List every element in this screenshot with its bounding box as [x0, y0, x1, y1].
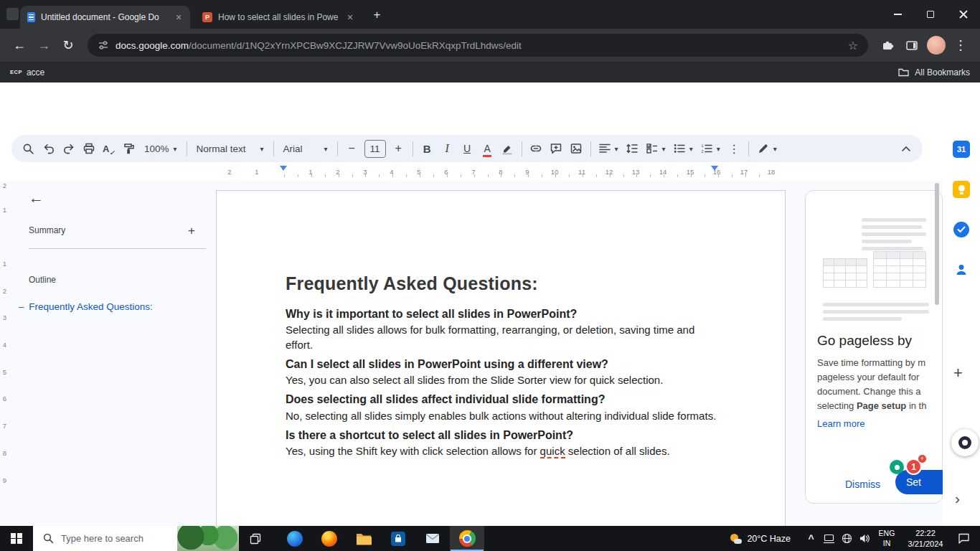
site-settings-icon[interactable] — [98, 39, 109, 51]
taskbar-clock[interactable]: 22:223/21/2024 — [903, 528, 948, 549]
display-icon[interactable] — [820, 534, 838, 544]
document-page[interactable]: Frequently Asked Questions: Why is it im… — [216, 190, 786, 526]
weather-widget[interactable]: 20°C Haze — [729, 532, 791, 545]
taskbar-search[interactable] — [33, 526, 239, 551]
bulleted-list-select[interactable]: ▾ — [670, 139, 697, 159]
learn-more-link[interactable]: Learn more — [817, 418, 930, 429]
tab-close-icon[interactable]: × — [344, 11, 356, 23]
more-tools-icon[interactable]: ⋮ — [725, 139, 744, 159]
scrollbar-thumb[interactable] — [935, 183, 939, 305]
show-hidden-icons[interactable]: ^ — [802, 533, 820, 545]
spellcheck-icon[interactable]: A✓ — [99, 139, 118, 159]
align-select[interactable]: ▾ — [595, 139, 622, 159]
new-tab-button[interactable]: + — [372, 9, 382, 20]
address-bar[interactable]: docs.google.com/document/d/1NQ2xYrnXPCBw… — [88, 34, 868, 57]
keep-icon[interactable] — [953, 181, 970, 198]
all-bookmarks-button[interactable]: All Bookmarks — [898, 67, 970, 77]
back-button[interactable]: ← — [7, 33, 32, 57]
question-1[interactable]: Why is it important to select all slides… — [286, 306, 717, 322]
add-summary-icon[interactable]: + — [188, 224, 195, 238]
action-center-icon[interactable] — [951, 533, 976, 544]
chrome-icon[interactable] — [450, 526, 484, 551]
font-select[interactable]: Arial▾ — [278, 139, 333, 159]
font-size-input[interactable]: 11 — [364, 140, 386, 158]
checklist-select[interactable]: ▾ — [643, 139, 669, 159]
language-indicator[interactable]: ENGIN — [874, 529, 900, 547]
highlight-color-icon[interactable] — [498, 139, 517, 159]
decrease-font-size-icon[interactable]: − — [342, 139, 362, 159]
outline-item[interactable]: – Frequently Asked Questions: — [19, 301, 153, 312]
tab-powerpoint-article[interactable]: P How to select all slides in Powe × — [195, 6, 362, 29]
minimize-button[interactable] — [881, 0, 914, 29]
underline-icon[interactable]: U — [458, 139, 477, 159]
bold-icon[interactable]: B — [418, 139, 437, 159]
editing-mode-select[interactable]: ▾ — [753, 139, 781, 159]
volume-icon[interactable] — [856, 534, 874, 543]
answer-3[interactable]: No, selecting all slides simply enables … — [286, 408, 717, 423]
floating-extension-bubble[interactable] — [951, 429, 979, 456]
paragraph-style-select[interactable]: Normal text▾ — [192, 139, 269, 159]
tab-close-icon[interactable]: × — [173, 11, 184, 23]
calendar-icon[interactable]: 31 — [953, 141, 970, 158]
zoom-select[interactable]: 100%▾ — [139, 139, 182, 159]
extensions-icon[interactable] — [875, 33, 900, 57]
answer-2[interactable]: Yes, you can also select all slides from… — [286, 372, 717, 387]
answer-1[interactable]: Selecting all slides allows for bulk for… — [286, 322, 717, 352]
contacts-icon[interactable] — [953, 261, 970, 278]
search-highlight-image[interactable] — [177, 526, 239, 551]
forward-button[interactable]: → — [32, 33, 56, 57]
numbered-list-select[interactable]: 12 ▾ — [697, 139, 724, 159]
task-view-icon[interactable] — [239, 526, 272, 551]
file-explorer-icon[interactable] — [347, 526, 381, 551]
print-icon[interactable] — [79, 139, 98, 159]
insert-link-icon[interactable] — [527, 139, 546, 159]
italic-icon[interactable]: I — [438, 139, 457, 159]
extension-badge-icon[interactable] — [890, 460, 904, 474]
left-indent-marker[interactable] — [280, 166, 287, 171]
browser-menu-icon[interactable]: ⋮ — [948, 33, 973, 57]
right-indent-marker[interactable] — [711, 166, 718, 171]
start-button[interactable] — [0, 526, 33, 551]
undo-icon[interactable] — [39, 139, 58, 159]
hide-menus-icon[interactable] — [896, 139, 915, 159]
notification-plus-badge: + — [918, 454, 927, 463]
bookmark-star-icon[interactable]: ☆ — [848, 39, 858, 52]
answer-4[interactable]: Yes, using the Shift key with click sele… — [286, 443, 717, 458]
redo-icon[interactable] — [59, 139, 78, 159]
maximize-button[interactable] — [914, 0, 947, 29]
add-comment-icon[interactable] — [547, 139, 566, 159]
get-add-ons-icon[interactable]: + — [953, 365, 963, 381]
edge-icon[interactable] — [278, 526, 312, 551]
search-input[interactable] — [61, 533, 154, 544]
workspace-side-panel: 31 + › — [943, 133, 980, 526]
side-panel-icon[interactable] — [900, 33, 924, 57]
doc-heading[interactable]: Frequently Asked Questions: — [286, 273, 717, 294]
question-3[interactable]: Does selecting all slides affect individ… — [286, 391, 717, 408]
close-button[interactable] — [947, 0, 980, 29]
maps-icon[interactable] — [953, 301, 970, 319]
tasks-icon[interactable] — [953, 221, 970, 238]
question-2[interactable]: Can I select all slides in PowerPoint us… — [286, 356, 717, 372]
profile-avatar[interactable] — [924, 33, 948, 57]
url-text[interactable]: docs.google.com/document/d/1NQ2xYrnXPCBw… — [116, 40, 842, 51]
reload-button[interactable]: ↻ — [56, 33, 80, 57]
insert-image-icon[interactable] — [567, 139, 586, 159]
search-menus-icon[interactable] — [19, 139, 38, 159]
mail-icon[interactable] — [415, 526, 450, 551]
increase-font-size-icon[interactable]: + — [389, 139, 408, 159]
close-outline-icon[interactable]: ← — [29, 189, 44, 207]
vruler-number: 9 — [1, 476, 9, 484]
store-icon[interactable] — [381, 526, 415, 551]
show-side-panel-icon[interactable]: › — [955, 490, 960, 507]
paint-format-icon[interactable] — [119, 139, 138, 159]
firefox-icon[interactable] — [312, 526, 347, 551]
network-icon[interactable] — [838, 533, 856, 544]
tab-google-docs[interactable]: Untitled document - Google Do × — [20, 6, 190, 29]
dismiss-button[interactable]: Dismiss — [845, 479, 880, 490]
line-spacing-icon[interactable] — [623, 139, 642, 159]
horizontal-ruler: 2 1 1 2 3 4 5 6 7 8 9 10 11 12 13 14 15 … — [0, 164, 980, 181]
question-4[interactable]: Is there a shortcut to select all slides… — [286, 427, 717, 443]
text-color-icon[interactable]: A — [478, 139, 497, 159]
bookmark-item[interactable]: acce — [27, 67, 44, 77]
misspelled-word[interactable]: quick — [540, 445, 565, 458]
